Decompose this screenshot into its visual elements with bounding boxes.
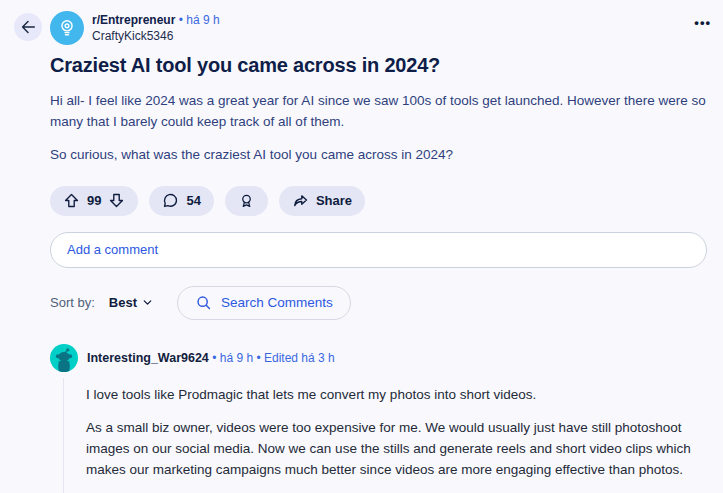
post-author[interactable]: CraftyKick5346 xyxy=(92,28,220,44)
comment-composer xyxy=(50,232,707,268)
meta-separator: • xyxy=(179,13,183,27)
comment-meta: Interesting_War9624 • há 9 h • Edited há… xyxy=(87,351,335,365)
chevron-down-icon xyxy=(141,296,154,309)
commenter-avatar[interactable] xyxy=(50,344,78,372)
upvote-icon[interactable] xyxy=(63,192,80,209)
subreddit-avatar[interactable] xyxy=(50,11,84,45)
post-title: Craziest AI tool you came across in 2024… xyxy=(50,54,707,77)
post-action-row: 99 54 Share xyxy=(50,186,723,216)
sort-select[interactable]: Best xyxy=(109,295,154,310)
post-paragraph: Hi all- I feel like 2024 was a great yea… xyxy=(50,90,710,132)
downvote-icon[interactable] xyxy=(108,192,125,209)
search-icon xyxy=(195,294,212,311)
post-body: Hi all- I feel like 2024 was a great yea… xyxy=(50,90,710,166)
award-button[interactable] xyxy=(225,186,268,216)
comment: Interesting_War9624 • há 9 h • Edited há… xyxy=(50,344,707,493)
share-button[interactable]: Share xyxy=(279,186,365,216)
post-header: r/Entrepreneur • há 9 h CraftyKick5346 •… xyxy=(0,0,723,45)
comment-edited-timestamp: Edited há 3 h xyxy=(264,351,335,365)
comment-timestamp: há 9 h xyxy=(220,351,253,365)
meta-separator: • xyxy=(212,351,216,365)
search-comments-button[interactable]: Search Comments xyxy=(177,286,351,320)
award-icon xyxy=(238,192,255,209)
vote-pill: 99 xyxy=(50,186,138,216)
back-arrow-icon xyxy=(19,18,37,36)
post-timestamp: há 9 h xyxy=(186,13,219,27)
comment-controls-row: Sort by: Best Search Comments xyxy=(50,286,723,320)
lightbulb-icon xyxy=(56,17,78,39)
post-upvote-count: 99 xyxy=(87,193,101,208)
sort-by-label: Sort by: xyxy=(50,295,95,310)
comment-header: Interesting_War9624 • há 9 h • Edited há… xyxy=(50,344,707,372)
post-overflow-menu-icon[interactable]: ••• xyxy=(694,16,711,30)
search-comments-label: Search Comments xyxy=(221,295,333,310)
share-icon xyxy=(292,192,309,209)
back-button[interactable] xyxy=(14,13,42,41)
comment-paragraph: I love tools like Prodmagic that lets me… xyxy=(86,384,720,405)
comments-button[interactable]: 54 xyxy=(149,186,213,216)
post-meta: r/Entrepreneur • há 9 h CraftyKick5346 xyxy=(92,11,220,44)
meta-separator: • xyxy=(256,351,260,365)
comment-bubble-icon xyxy=(162,192,179,209)
sort-selected-value: Best xyxy=(109,295,137,310)
post-paragraph: So curious, what was the craziest AI too… xyxy=(50,144,710,165)
subreddit-name[interactable]: r/Entrepreneur xyxy=(92,13,175,27)
snoo-icon xyxy=(51,346,77,372)
commenter-username[interactable]: Interesting_War9624 xyxy=(87,351,209,365)
comment-thread-line xyxy=(63,378,64,493)
add-comment-input[interactable] xyxy=(50,232,707,268)
comment-paragraph: As a small biz owner, videos were too ex… xyxy=(86,417,720,481)
post-comment-count: 54 xyxy=(186,193,200,208)
share-label: Share xyxy=(316,193,352,208)
comment-body: I love tools like Prodmagic that lets me… xyxy=(86,384,720,481)
